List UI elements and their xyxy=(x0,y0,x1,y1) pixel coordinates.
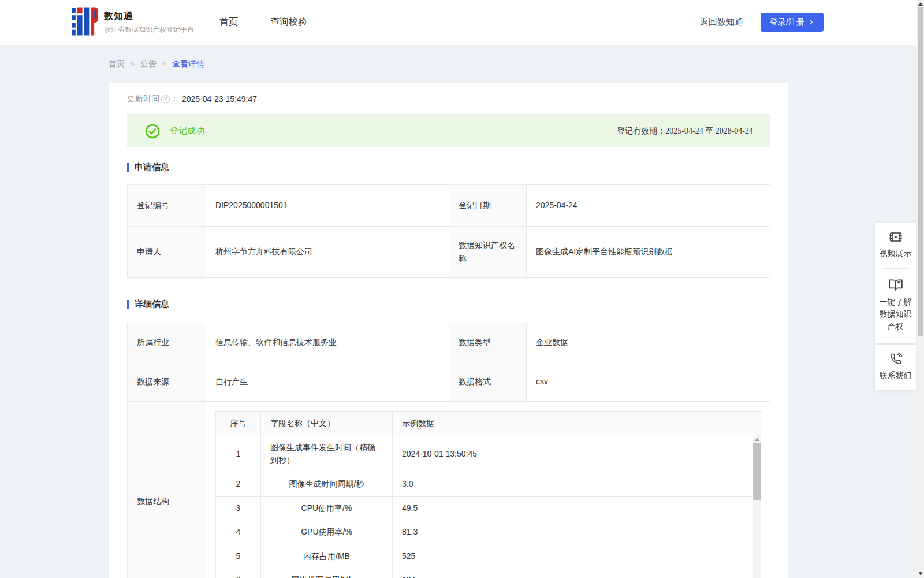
col-header-no: 序号 xyxy=(216,412,261,435)
table-row: 5 内存占用/MB 525 xyxy=(216,544,762,568)
section-bar xyxy=(127,300,129,309)
applicant-label: 申请人 xyxy=(128,227,206,278)
col-header-field-name: 字段名称（中文） xyxy=(261,412,393,435)
data-type-label: 数据类型 xyxy=(449,323,527,362)
reg-date-value: 2025-04-24 xyxy=(527,185,770,227)
data-format-value: csv xyxy=(527,362,770,402)
table-row: 2 图像生成时间周期/秒 3.0 xyxy=(216,472,762,496)
data-ip-name-value: 图像生成AI定制平台性能瓶颈识别数据 xyxy=(527,227,770,278)
registration-success-banner: 登记成功 登记有效期：2025-04-24 至 2028-04-24 xyxy=(127,114,770,147)
chevron-right-icon xyxy=(808,19,814,25)
table-row: 申请人 杭州字节方舟科技有限公司 数据知识产权名称 图像生成AI定制平台性能瓶颈… xyxy=(128,227,770,278)
top-header: 数知通 浙江省数据知识产权登记平台 首页 查询校验 返回数知通 登录/注册 xyxy=(0,0,924,45)
data-format-label: 数据格式 xyxy=(449,362,527,402)
breadcrumb-home[interactable]: 首页 xyxy=(109,59,125,69)
detail-section-title: 详细信息 xyxy=(135,299,169,310)
scroll-down-arrow-icon[interactable] xyxy=(918,572,923,575)
back-to-shuzhitong-link[interactable]: 返回数知通 xyxy=(700,17,743,28)
update-time-row: 更新时间 ? ： 2025-04-23 15:49:47 xyxy=(127,94,770,104)
row-sample-data: 124 xyxy=(393,568,762,578)
table-row: 登记编号 DIP2025000001501 登记日期 2025-04-24 xyxy=(128,185,770,227)
divider xyxy=(883,268,908,269)
data-structure-cell: 序号 字段名称（中文） 示例数据 1 图像生成事件发生时间（精确到秒） 2024… xyxy=(206,402,770,578)
data-type-value: 企业数据 xyxy=(527,323,770,362)
row-sample-data: 525 xyxy=(393,544,762,568)
table-scrollbar[interactable] xyxy=(753,435,761,578)
table-row: 3 CPU使用率/% 49.5 xyxy=(216,496,762,520)
brand-subtitle: 浙江省数据知识产权登记平台 xyxy=(104,25,194,35)
nav-item-home[interactable]: 首页 xyxy=(219,16,238,28)
row-field-name: 内存占用/MB xyxy=(261,544,393,568)
validity-period: 登记有效期：2025-04-24 至 2028-04-24 xyxy=(617,126,753,136)
breadcrumb-separator: > xyxy=(131,60,135,68)
section-bar xyxy=(127,163,129,172)
application-section-title: 申请信息 xyxy=(135,162,169,173)
row-no: 3 xyxy=(216,496,261,520)
detail-section-heading: 详细信息 xyxy=(127,299,770,310)
update-time-label: 更新时间 xyxy=(127,94,159,104)
row-field-name: 图像生成事件发生时间（精确到秒） xyxy=(261,435,393,472)
reg-date-label: 登记日期 xyxy=(449,185,527,227)
brand-name: 数知通 xyxy=(104,10,194,23)
float-menu-card: 视频展示 一键了解数据知识产权 xyxy=(875,223,916,343)
table-row: 6 网络带宽占用/Mbps 124 xyxy=(216,568,762,578)
row-no: 1 xyxy=(216,435,261,472)
detail-info-table: 所属行业 信息传输、软件和信息技术服务业 数据类型 企业数据 数据来源 自行产生… xyxy=(127,323,770,578)
row-no: 2 xyxy=(216,472,261,496)
dip-logo-icon xyxy=(72,7,98,38)
industry-value: 信息传输、软件和信息技术服务业 xyxy=(206,323,449,362)
scrollbar-thumb[interactable] xyxy=(753,443,761,500)
row-sample-data: 2024-10-01 13:50:45 xyxy=(393,435,762,472)
table-row: 4 GPU使用率/% 81.3 xyxy=(216,520,762,544)
row-sample-data: 3.0 xyxy=(393,472,762,496)
breadcrumb-current-detail: 查看详情 xyxy=(172,59,204,69)
brand-logo-group[interactable]: 数知通 浙江省数据知识产权登记平台 xyxy=(72,7,194,38)
validity-value: 2025-04-24 至 2028-04-24 xyxy=(665,127,753,135)
breadcrumb: 首页 > 公告 > 查看详情 xyxy=(109,59,924,69)
reg-number-label: 登记编号 xyxy=(128,185,206,227)
book-icon xyxy=(888,277,903,292)
application-section-heading: 申请信息 xyxy=(127,162,770,173)
row-no: 6 xyxy=(216,568,261,578)
data-structure-label: 数据结构 xyxy=(128,402,206,578)
update-time-colon: ： xyxy=(170,94,178,104)
scrollbar-thumb[interactable] xyxy=(918,7,923,336)
status-text: 登记成功 xyxy=(170,125,204,136)
reg-number-value: DIP2025000001501 xyxy=(206,185,449,227)
phone-icon xyxy=(889,352,903,366)
row-sample-data: 49.5 xyxy=(393,496,762,520)
video-showcase-label: 视频展示 xyxy=(877,247,914,260)
data-source-value: 自行产生 xyxy=(206,362,449,402)
page-scrollbar[interactable] xyxy=(917,0,924,578)
row-field-name: 图像生成时间周期/秒 xyxy=(261,472,393,496)
help-icon[interactable]: ? xyxy=(161,95,170,103)
login-register-button[interactable]: 登录/注册 xyxy=(761,13,824,32)
contact-us-button[interactable]: 联系我们 xyxy=(877,352,914,382)
contact-card: 联系我们 xyxy=(875,345,916,390)
col-header-sample-data: 示例数据 xyxy=(393,412,762,435)
scroll-up-arrow-icon[interactable] xyxy=(918,2,923,6)
nav-item-query-verify[interactable]: 查询校验 xyxy=(270,16,307,28)
data-ip-name-label: 数据知识产权名称 xyxy=(449,227,527,278)
update-time-value: 2025-04-23 15:49:47 xyxy=(182,94,257,103)
data-structure-table: 序号 字段名称（中文） 示例数据 1 图像生成事件发生时间（精确到秒） 2024… xyxy=(215,411,762,578)
industry-label: 所属行业 xyxy=(128,323,206,362)
row-no: 5 xyxy=(216,544,261,568)
contact-us-label: 联系我们 xyxy=(877,369,914,382)
row-sample-data: 81.3 xyxy=(393,520,762,544)
breadcrumb-announcements[interactable]: 公告 xyxy=(140,59,157,69)
learn-data-ip-button[interactable]: 一键了解数据知识产权 xyxy=(877,277,914,334)
scroll-up-arrow-icon[interactable] xyxy=(755,438,759,441)
learn-data-ip-label: 一键了解数据知识产权 xyxy=(877,296,914,334)
validity-label: 登记有效期： xyxy=(617,126,665,135)
data-structure-row: 数据结构 序号 字段名称（中文） 示例数据 1 图像生成事件发生时间（精确到秒） xyxy=(128,402,770,578)
main-nav: 首页 查询校验 xyxy=(219,16,307,28)
video-showcase-button[interactable]: 视频展示 xyxy=(877,230,914,260)
row-field-name: 网络带宽占用/Mbps xyxy=(261,568,393,578)
table-row: 1 图像生成事件发生时间（精确到秒） 2024-10-01 13:50:45 xyxy=(216,435,762,472)
breadcrumb-separator: > xyxy=(162,60,166,68)
row-no: 4 xyxy=(216,520,261,544)
table-row: 所属行业 信息传输、软件和信息技术服务业 数据类型 企业数据 xyxy=(128,323,770,362)
application-info-table: 登记编号 DIP2025000001501 登记日期 2025-04-24 申请… xyxy=(127,184,770,278)
table-header-row: 序号 字段名称（中文） 示例数据 xyxy=(216,412,762,435)
